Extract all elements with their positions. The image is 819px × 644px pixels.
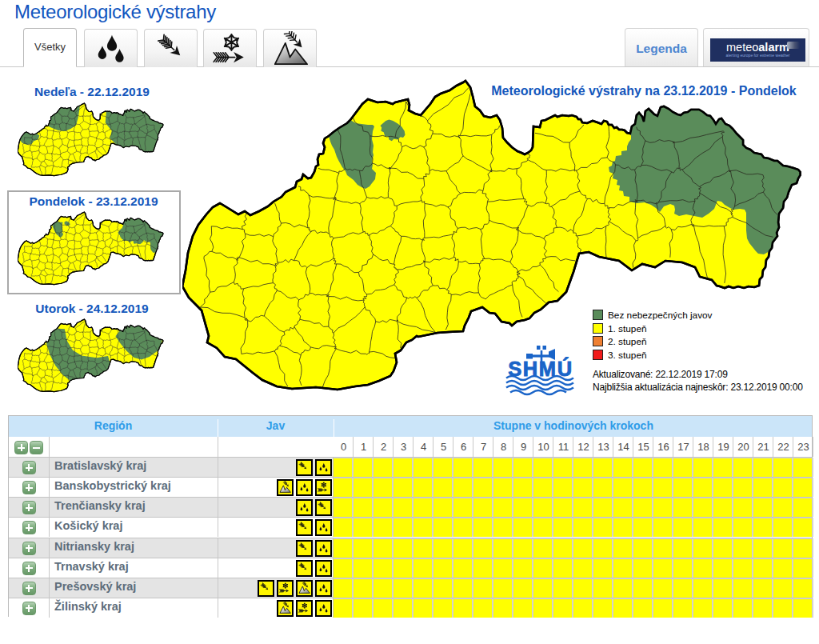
svg-text:SHMÚ: SHMÚ	[508, 357, 573, 380]
